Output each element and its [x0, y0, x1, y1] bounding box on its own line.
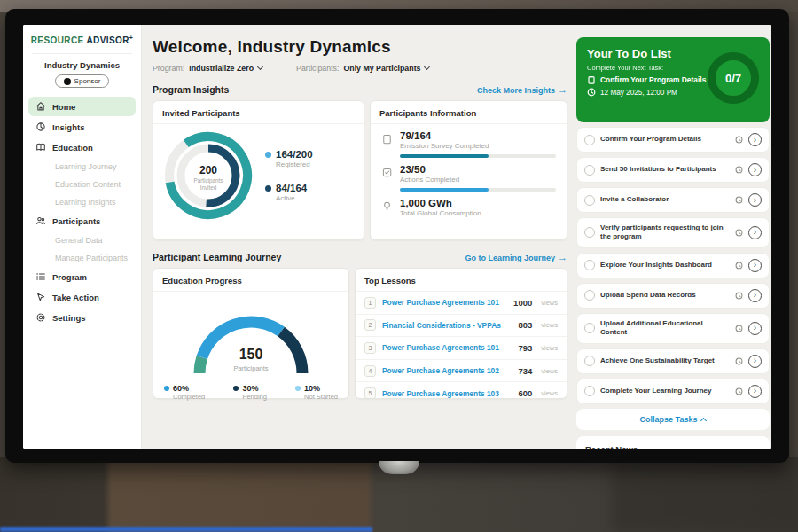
lesson-row[interactable]: 1 Power Purchase Agreements 101 1000 vie…	[356, 292, 567, 315]
sidebar-item-label: Education	[52, 143, 93, 153]
organization-name: Industry Dynamics	[23, 60, 141, 70]
todo-task-row[interactable]: Complete Your Learning Journey ›	[576, 379, 770, 404]
task-chevron-button[interactable]: ›	[748, 385, 762, 398]
collapse-tasks-label: Collapse Tasks	[640, 415, 698, 424]
check-square-icon	[381, 166, 393, 177]
sidebar-item-education[interactable]: Education	[28, 137, 136, 157]
invited-participants-donut-chart: 200 Participants Invited	[160, 128, 256, 223]
todo-header-card: Your To Do List Complete Your Next Task:…	[576, 37, 770, 122]
task-checkbox[interactable]	[584, 165, 595, 176]
participants-filter-label: Participants:	[296, 64, 339, 73]
todo-task-row[interactable]: Verify participants requesting to join t…	[576, 217, 770, 248]
legend-dot-icon	[265, 185, 271, 192]
task-chevron-button[interactable]: ›	[748, 163, 762, 176]
todo-next-task: Confirm Your Program Details	[600, 75, 706, 84]
task-checkbox[interactable]	[584, 386, 595, 396]
todo-task-row[interactable]: Explore Your Insights Dashboard ›	[576, 253, 770, 278]
stat-value: 1,000 GWh	[400, 198, 481, 208]
task-label: Upload Additional Educational Content	[600, 319, 730, 338]
task-chevron-button[interactable]: ›	[748, 226, 762, 239]
chevron-right-icon: ›	[754, 290, 756, 300]
lesson-views: 803	[518, 320, 532, 330]
clock-icon	[735, 387, 743, 395]
lesson-views-suffix: views	[541, 344, 558, 352]
sidebar-item-participants[interactable]: Participants	[28, 211, 136, 231]
lesson-link[interactable]: Power Purchase Agreements 101	[382, 343, 512, 352]
task-checkbox[interactable]	[584, 135, 595, 145]
legend-dot-icon	[265, 152, 271, 158]
clock-icon	[735, 196, 743, 204]
task-label: Upload Spend Data Records	[600, 291, 730, 300]
arrow-right-icon: →	[558, 252, 567, 262]
go-to-learning-journey-link[interactable]: Go to Learning Journey→	[465, 252, 567, 262]
todo-task-row[interactable]: Upload Additional Educational Content ›	[576, 313, 770, 344]
sidebar-item-general-data[interactable]: General Data	[28, 231, 136, 248]
legend-item-not-started: 10% Not Started	[295, 384, 338, 401]
task-chevron-button[interactable]: ›	[748, 355, 762, 368]
clock-icon	[735, 166, 743, 174]
task-checkbox[interactable]	[584, 356, 595, 366]
todo-task-row[interactable]: Send 50 Invitations to Participants ›	[576, 157, 770, 183]
collapse-tasks-link[interactable]: Collapse Tasks	[576, 409, 770, 430]
education-icon	[35, 142, 46, 153]
todo-task-row[interactable]: Achieve One Sustainability Target ›	[576, 348, 770, 374]
insights-icon	[35, 121, 46, 132]
task-checkbox[interactable]	[584, 195, 595, 206]
task-checkbox[interactable]	[584, 260, 595, 270]
sidebar-nav: Home Insights Education Learning Journey…	[23, 97, 141, 327]
sidebar-item-home[interactable]: Home	[28, 97, 136, 116]
sidebar-item-take-action[interactable]: Take Action	[28, 287, 136, 307]
sidebar-item-education-content[interactable]: Education Content	[28, 176, 136, 192]
task-chevron-button[interactable]: ›	[748, 289, 762, 302]
lesson-row[interactable]: 5 Power Purchase Agreements 103 600 view…	[356, 382, 567, 404]
participants-icon	[35, 215, 46, 226]
program-filter-value: Industrialize Zero	[189, 64, 254, 73]
sidebar-item-label: Program	[52, 272, 87, 282]
invited-participants-card: Invited Participants 200 Participants In…	[153, 100, 364, 240]
legend-item-completed: 60% Completed	[164, 384, 205, 401]
task-checkbox[interactable]	[584, 323, 595, 333]
participants-filter-value: Only My Participants	[343, 64, 420, 73]
sidebar-item-learning-journey[interactable]: Learning Journey	[28, 158, 136, 175]
todo-task-row[interactable]: Invite a Collaborator ›	[576, 187, 770, 213]
invited-participants-title: Invited Participants	[153, 101, 364, 124]
legend-value: 164/200	[276, 149, 313, 160]
participants-information-card: Participants Information 79/164 Emission…	[370, 100, 567, 240]
legend-dot-icon	[164, 386, 169, 391]
sidebar-item-settings[interactable]: Settings	[28, 308, 136, 327]
sidebar-item-insights[interactable]: Insights	[28, 117, 136, 137]
lesson-link[interactable]: Financial Considerations - VPPAs	[382, 321, 512, 330]
check-more-insights-link[interactable]: Check More Insights→	[477, 84, 567, 95]
todo-task-row[interactable]: Upload Spend Data Records ›	[576, 283, 770, 309]
task-checkbox[interactable]	[584, 227, 595, 238]
sidebar-item-manage-participants[interactable]: Manage Participants	[28, 249, 136, 266]
task-chevron-button[interactable]: ›	[748, 259, 762, 272]
legend-pct: 60%	[173, 384, 189, 393]
lesson-link[interactable]: Power Purchase Agreements 102	[382, 366, 512, 375]
task-chevron-button[interactable]: ›	[748, 133, 762, 146]
background-blue-strip	[0, 527, 372, 532]
lesson-link[interactable]: Power Purchase Agreements 103	[382, 389, 512, 398]
link-label: Go to Learning Journey	[465, 254, 555, 262]
lesson-row[interactable]: 2 Financial Considerations - VPPAs 803 v…	[356, 315, 567, 338]
todo-task-row[interactable]: Confirm Your Program Details ›	[576, 127, 770, 153]
task-checkbox[interactable]	[584, 290, 595, 301]
lesson-row[interactable]: 4 Power Purchase Agreements 102 734 view…	[356, 360, 567, 383]
dashboard-screen: RESOURCE ADVISOR+ Industry Dynamics Spon…	[23, 25, 771, 449]
sidebar-item-program[interactable]: Program	[28, 267, 136, 286]
lesson-rank: 4	[364, 365, 376, 377]
task-chevron-button[interactable]: ›	[748, 193, 762, 207]
stat-label: Emission Survey Completed	[400, 142, 556, 150]
lesson-row[interactable]: 3 Power Purchase Agreements 101 793 view…	[356, 337, 567, 360]
task-chevron-button[interactable]: ›	[748, 322, 762, 335]
recent-news-card: Recent News	[576, 436, 770, 449]
lesson-link[interactable]: Power Purchase Agreements 101	[382, 298, 507, 307]
legend-dot-icon	[295, 386, 301, 391]
program-dropdown[interactable]: Program: Industrialize Zero	[153, 64, 262, 73]
lightbulb-icon	[381, 200, 393, 211]
stat-actions-completed: 23/50 Actions Completed	[371, 158, 567, 192]
participants-dropdown[interactable]: Participants: Only My Participants	[296, 64, 429, 73]
sidebar-item-learning-insights[interactable]: Learning Insights	[28, 193, 136, 210]
chevron-right-icon: ›	[754, 386, 756, 395]
clock-icon	[735, 357, 743, 365]
